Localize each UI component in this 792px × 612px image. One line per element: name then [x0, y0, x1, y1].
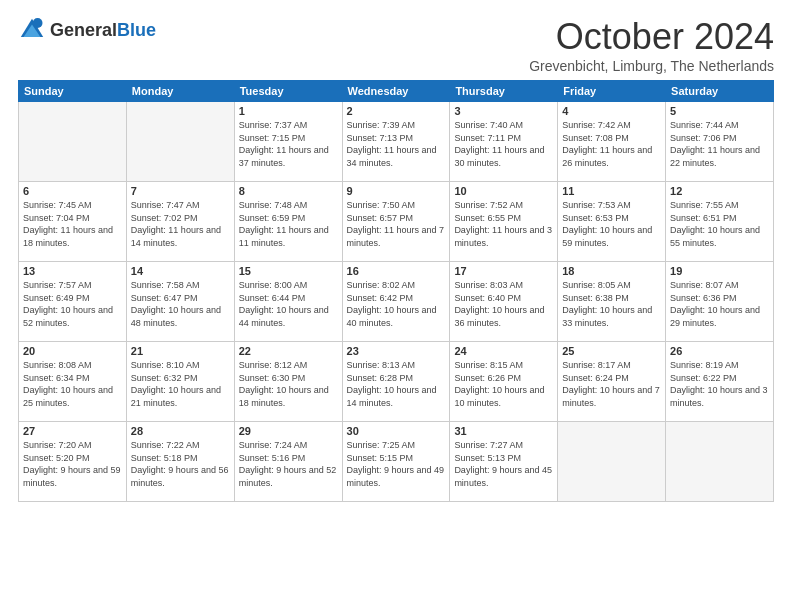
- day-number: 25: [562, 345, 661, 357]
- day-cell: 2Sunrise: 7:39 AM Sunset: 7:13 PM Daylig…: [342, 102, 450, 182]
- day-of-week-thursday: Thursday: [450, 81, 558, 102]
- day-cell: 26Sunrise: 8:19 AM Sunset: 6:22 PM Dayli…: [666, 342, 774, 422]
- day-number: 30: [347, 425, 446, 437]
- day-of-week-sunday: Sunday: [19, 81, 127, 102]
- day-number: 20: [23, 345, 122, 357]
- day-info: Sunrise: 7:27 AM Sunset: 5:13 PM Dayligh…: [454, 439, 553, 489]
- day-number: 27: [23, 425, 122, 437]
- header-row: SundayMondayTuesdayWednesdayThursdayFrid…: [19, 81, 774, 102]
- day-cell: 12Sunrise: 7:55 AM Sunset: 6:51 PM Dayli…: [666, 182, 774, 262]
- day-info: Sunrise: 7:25 AM Sunset: 5:15 PM Dayligh…: [347, 439, 446, 489]
- month-title: October 2024: [529, 16, 774, 58]
- day-cell: 1Sunrise: 7:37 AM Sunset: 7:15 PM Daylig…: [234, 102, 342, 182]
- day-number: 21: [131, 345, 230, 357]
- day-number: 4: [562, 105, 661, 117]
- day-info: Sunrise: 7:40 AM Sunset: 7:11 PM Dayligh…: [454, 119, 553, 169]
- day-number: 16: [347, 265, 446, 277]
- header: GeneralBlue October 2024 Grevenbicht, Li…: [18, 16, 774, 74]
- week-row-4: 27Sunrise: 7:20 AM Sunset: 5:20 PM Dayli…: [19, 422, 774, 502]
- day-info: Sunrise: 7:20 AM Sunset: 5:20 PM Dayligh…: [23, 439, 122, 489]
- day-info: Sunrise: 7:58 AM Sunset: 6:47 PM Dayligh…: [131, 279, 230, 329]
- day-number: 8: [239, 185, 338, 197]
- week-row-3: 20Sunrise: 8:08 AM Sunset: 6:34 PM Dayli…: [19, 342, 774, 422]
- day-number: 19: [670, 265, 769, 277]
- day-number: 24: [454, 345, 553, 357]
- day-cell: [558, 422, 666, 502]
- day-number: 11: [562, 185, 661, 197]
- week-row-2: 13Sunrise: 7:57 AM Sunset: 6:49 PM Dayli…: [19, 262, 774, 342]
- day-info: Sunrise: 8:00 AM Sunset: 6:44 PM Dayligh…: [239, 279, 338, 329]
- day-info: Sunrise: 7:52 AM Sunset: 6:55 PM Dayligh…: [454, 199, 553, 249]
- day-number: 3: [454, 105, 553, 117]
- day-cell: 17Sunrise: 8:03 AM Sunset: 6:40 PM Dayli…: [450, 262, 558, 342]
- day-info: Sunrise: 7:42 AM Sunset: 7:08 PM Dayligh…: [562, 119, 661, 169]
- day-info: Sunrise: 7:37 AM Sunset: 7:15 PM Dayligh…: [239, 119, 338, 169]
- day-number: 31: [454, 425, 553, 437]
- day-cell: 6Sunrise: 7:45 AM Sunset: 7:04 PM Daylig…: [19, 182, 127, 262]
- logo-general-text: GeneralBlue: [50, 20, 156, 41]
- logo-icon: [18, 16, 46, 44]
- day-cell: [126, 102, 234, 182]
- day-cell: 16Sunrise: 8:02 AM Sunset: 6:42 PM Dayli…: [342, 262, 450, 342]
- day-cell: 10Sunrise: 7:52 AM Sunset: 6:55 PM Dayli…: [450, 182, 558, 262]
- day-of-week-wednesday: Wednesday: [342, 81, 450, 102]
- day-cell: 21Sunrise: 8:10 AM Sunset: 6:32 PM Dayli…: [126, 342, 234, 422]
- day-info: Sunrise: 7:48 AM Sunset: 6:59 PM Dayligh…: [239, 199, 338, 249]
- day-info: Sunrise: 7:24 AM Sunset: 5:16 PM Dayligh…: [239, 439, 338, 489]
- week-row-0: 1Sunrise: 7:37 AM Sunset: 7:15 PM Daylig…: [19, 102, 774, 182]
- day-info: Sunrise: 7:53 AM Sunset: 6:53 PM Dayligh…: [562, 199, 661, 249]
- day-number: 2: [347, 105, 446, 117]
- day-cell: 20Sunrise: 8:08 AM Sunset: 6:34 PM Dayli…: [19, 342, 127, 422]
- day-number: 13: [23, 265, 122, 277]
- title-area: October 2024 Grevenbicht, Limburg, The N…: [529, 16, 774, 74]
- day-number: 29: [239, 425, 338, 437]
- day-cell: 7Sunrise: 7:47 AM Sunset: 7:02 PM Daylig…: [126, 182, 234, 262]
- day-cell: 13Sunrise: 7:57 AM Sunset: 6:49 PM Dayli…: [19, 262, 127, 342]
- day-cell: 31Sunrise: 7:27 AM Sunset: 5:13 PM Dayli…: [450, 422, 558, 502]
- day-number: 1: [239, 105, 338, 117]
- day-info: Sunrise: 7:47 AM Sunset: 7:02 PM Dayligh…: [131, 199, 230, 249]
- day-number: 5: [670, 105, 769, 117]
- day-number: 17: [454, 265, 553, 277]
- day-of-week-saturday: Saturday: [666, 81, 774, 102]
- day-cell: 15Sunrise: 8:00 AM Sunset: 6:44 PM Dayli…: [234, 262, 342, 342]
- day-number: 15: [239, 265, 338, 277]
- day-cell: 11Sunrise: 7:53 AM Sunset: 6:53 PM Dayli…: [558, 182, 666, 262]
- day-cell: 19Sunrise: 8:07 AM Sunset: 6:36 PM Dayli…: [666, 262, 774, 342]
- day-cell: 18Sunrise: 8:05 AM Sunset: 6:38 PM Dayli…: [558, 262, 666, 342]
- day-info: Sunrise: 7:22 AM Sunset: 5:18 PM Dayligh…: [131, 439, 230, 489]
- day-info: Sunrise: 7:57 AM Sunset: 6:49 PM Dayligh…: [23, 279, 122, 329]
- week-row-1: 6Sunrise: 7:45 AM Sunset: 7:04 PM Daylig…: [19, 182, 774, 262]
- day-cell: 24Sunrise: 8:15 AM Sunset: 6:26 PM Dayli…: [450, 342, 558, 422]
- page: GeneralBlue October 2024 Grevenbicht, Li…: [0, 0, 792, 512]
- day-info: Sunrise: 8:12 AM Sunset: 6:30 PM Dayligh…: [239, 359, 338, 409]
- day-of-week-friday: Friday: [558, 81, 666, 102]
- day-number: 7: [131, 185, 230, 197]
- day-number: 26: [670, 345, 769, 357]
- day-info: Sunrise: 7:44 AM Sunset: 7:06 PM Dayligh…: [670, 119, 769, 169]
- logo-area: GeneralBlue: [18, 16, 156, 44]
- day-number: 12: [670, 185, 769, 197]
- day-info: Sunrise: 8:19 AM Sunset: 6:22 PM Dayligh…: [670, 359, 769, 409]
- day-info: Sunrise: 7:39 AM Sunset: 7:13 PM Dayligh…: [347, 119, 446, 169]
- day-cell: [666, 422, 774, 502]
- day-cell: 25Sunrise: 8:17 AM Sunset: 6:24 PM Dayli…: [558, 342, 666, 422]
- day-info: Sunrise: 8:13 AM Sunset: 6:28 PM Dayligh…: [347, 359, 446, 409]
- day-number: 6: [23, 185, 122, 197]
- day-of-week-tuesday: Tuesday: [234, 81, 342, 102]
- day-cell: 3Sunrise: 7:40 AM Sunset: 7:11 PM Daylig…: [450, 102, 558, 182]
- day-info: Sunrise: 8:03 AM Sunset: 6:40 PM Dayligh…: [454, 279, 553, 329]
- day-info: Sunrise: 8:10 AM Sunset: 6:32 PM Dayligh…: [131, 359, 230, 409]
- day-info: Sunrise: 7:55 AM Sunset: 6:51 PM Dayligh…: [670, 199, 769, 249]
- day-cell: 9Sunrise: 7:50 AM Sunset: 6:57 PM Daylig…: [342, 182, 450, 262]
- day-cell: 8Sunrise: 7:48 AM Sunset: 6:59 PM Daylig…: [234, 182, 342, 262]
- logo: GeneralBlue: [18, 16, 156, 44]
- day-info: Sunrise: 8:08 AM Sunset: 6:34 PM Dayligh…: [23, 359, 122, 409]
- day-of-week-monday: Monday: [126, 81, 234, 102]
- svg-point-2: [33, 18, 43, 28]
- day-number: 28: [131, 425, 230, 437]
- day-cell: 22Sunrise: 8:12 AM Sunset: 6:30 PM Dayli…: [234, 342, 342, 422]
- day-info: Sunrise: 7:45 AM Sunset: 7:04 PM Dayligh…: [23, 199, 122, 249]
- day-cell: 14Sunrise: 7:58 AM Sunset: 6:47 PM Dayli…: [126, 262, 234, 342]
- day-info: Sunrise: 8:15 AM Sunset: 6:26 PM Dayligh…: [454, 359, 553, 409]
